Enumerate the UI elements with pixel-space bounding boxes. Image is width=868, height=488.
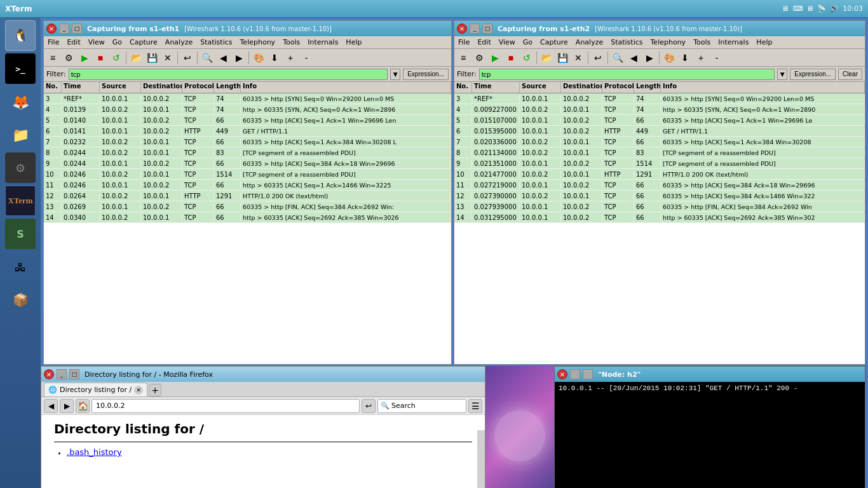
menu-help-left[interactable]: Help — [342, 37, 365, 47]
firefox-max[interactable]: □ — [69, 369, 79, 379]
wireshark-right-max[interactable]: □ — [482, 24, 492, 34]
menu-edit-left[interactable]: Edit — [63, 37, 84, 47]
menu-tools-left[interactable]: Tools — [279, 37, 304, 47]
menu-file-left[interactable]: File — [44, 37, 63, 47]
table-row[interactable]: 9 0.0244 10.0.0.1 10.0.0.2 TCP 66 60335 … — [44, 158, 451, 169]
toolbar-iface-left[interactable]: ≡ — [45, 50, 60, 65]
menu-help-right[interactable]: Help — [752, 37, 776, 47]
table-row[interactable]: 5 0.015107000 10.0.0.1 10.0.0.2 TCP 66 6… — [454, 115, 865, 126]
filter-dropdown-right[interactable]: ▼ — [777, 69, 787, 80]
sidebar-item-s[interactable]: S — [5, 219, 36, 249]
toolbar-start-right[interactable]: ▶ — [487, 50, 503, 65]
tab-close[interactable]: ✕ — [134, 386, 143, 395]
menu-telephony-left[interactable]: Telephony — [236, 37, 280, 47]
menu-internals-left[interactable]: Internals — [304, 37, 342, 47]
toolbar-restart-right[interactable]: ↺ — [519, 50, 534, 65]
table-row[interactable]: 12 0.027390000 10.0.0.2 10.0.0.1 TCP 66 … — [454, 191, 865, 201]
sidebar-item-settings[interactable]: ⚙ — [5, 152, 36, 183]
table-row[interactable]: 5 0.0140 10.0.0.1 10.0.0.2 TCP 66 60335 … — [44, 115, 451, 126]
bash-history-link[interactable]: .bash_history — [67, 447, 122, 457]
toolbar-close-left[interactable]: ✕ — [160, 50, 175, 65]
menu-capture-left[interactable]: Capture — [126, 37, 161, 47]
toolbar-prev-left[interactable]: ◀ — [215, 50, 231, 65]
toolbar-save-right[interactable]: 💾 — [555, 50, 570, 65]
menu-statistics-right[interactable]: Statistics — [607, 37, 646, 47]
table-row[interactable]: 7 0.020336000 10.0.0.2 10.0.0.1 TCP 66 6… — [454, 137, 865, 147]
menu-button[interactable]: ☰ — [468, 399, 482, 413]
firefox-min[interactable]: _ — [57, 369, 67, 379]
wireshark-left-close[interactable]: ✕ — [46, 24, 57, 34]
clear-btn-right[interactable]: Clear — [838, 69, 862, 80]
toolbar-colorize-right[interactable]: 🎨 — [661, 50, 677, 65]
sidebar-item-network[interactable]: 🖧 — [5, 252, 36, 282]
toolbar-autoscroll-left[interactable]: ⬇ — [267, 50, 282, 65]
toolbar-find-right[interactable]: 🔍 — [610, 50, 625, 65]
menu-analyze-right[interactable]: Analyze — [572, 37, 607, 47]
menu-go-right[interactable]: Go — [519, 37, 536, 47]
home-button[interactable]: 🏠 — [76, 399, 90, 413]
toolbar-reload-left[interactable]: ↩ — [180, 50, 195, 65]
table-row[interactable]: 4 0.0139 10.0.0.2 10.0.0.1 TCP 74 http >… — [44, 104, 451, 115]
table-row[interactable]: 13 0.027939000 10.0.0.1 10.0.0.2 TCP 66 … — [454, 201, 865, 212]
menu-edit-right[interactable]: Edit — [473, 37, 494, 47]
toolbar-zoom-in-left[interactable]: + — [283, 50, 298, 65]
filter-input-left[interactable] — [69, 69, 388, 80]
menu-statistics-left[interactable]: Statistics — [196, 37, 236, 47]
toolbar-start-left[interactable]: ▶ — [77, 50, 92, 65]
toolbar-options-left[interactable]: ⚙ — [61, 50, 76, 65]
terminal-close[interactable]: ✕ — [557, 369, 567, 379]
menu-capture-right[interactable]: Capture — [536, 37, 572, 47]
toolbar-find-left[interactable]: 🔍 — [200, 50, 215, 65]
search-bar[interactable]: 🔍 Search — [377, 399, 466, 413]
sidebar-item-firefox[interactable]: 🦊 — [5, 86, 36, 117]
new-tab-btn[interactable]: + — [149, 384, 161, 396]
table-row[interactable]: 14 0.031295000 10.0.0.1 10.0.0.2 TCP 66 … — [454, 212, 865, 223]
forward-button[interactable]: ▶ — [60, 399, 74, 413]
toolbar-reload-right[interactable]: ↩ — [590, 50, 606, 65]
table-row[interactable]: 8 0.0244 10.0.0.2 10.0.0.1 TCP 83 [TCP s… — [44, 147, 451, 158]
toolbar-next-right[interactable]: ▶ — [642, 50, 657, 65]
toolbar-close-right[interactable]: ✕ — [571, 50, 586, 65]
toolbar-options-right[interactable]: ⚙ — [471, 50, 487, 65]
wireshark-right-min[interactable]: _ — [470, 24, 480, 34]
toolbar-restart-left[interactable]: ↺ — [109, 50, 124, 65]
toolbar-open-right[interactable]: 📂 — [539, 50, 554, 65]
menu-file-right[interactable]: File — [454, 37, 473, 47]
scrollbar[interactable] — [477, 430, 485, 488]
toolbar-iface-right[interactable]: ≡ — [456, 50, 471, 65]
table-row[interactable]: 10 0.0246 10.0.0.2 10.0.0.1 TCP 1514 [TC… — [44, 169, 451, 180]
terminal-min[interactable] — [570, 369, 580, 379]
table-row[interactable]: 4 0.009227000 10.0.0.2 10.0.0.1 TCP 74 h… — [454, 104, 865, 115]
expression-btn-left[interactable]: Expression... — [403, 69, 449, 80]
wireshark-left-max[interactable]: □ — [72, 24, 82, 34]
menu-go-left[interactable]: Go — [109, 37, 126, 47]
sidebar-item-files[interactable]: 📁 — [5, 119, 36, 150]
table-row[interactable]: 14 0.0340 10.0.0.2 10.0.0.1 TCP 66 http … — [44, 212, 451, 223]
toolbar-open-left[interactable]: 📂 — [128, 50, 144, 65]
url-bar[interactable]: 10.0.0.2 — [92, 399, 360, 413]
toolbar-zoom-out-left[interactable]: - — [299, 50, 314, 65]
table-row[interactable]: 3 *REF* 10.0.0.1 10.0.0.2 TCP 74 60335 >… — [454, 93, 865, 104]
table-row[interactable]: 10 0.021477000 10.0.0.2 10.0.0.1 HTTP 12… — [454, 169, 865, 180]
sidebar-item-xterm[interactable]: XTerm — [5, 186, 36, 216]
terminal-max[interactable] — [583, 369, 593, 379]
menu-internals-right[interactable]: Internals — [714, 37, 752, 47]
table-row[interactable]: 6 0.0141 10.0.0.1 10.0.0.2 HTTP 449 GET … — [44, 126, 451, 137]
toolbar-stop-left[interactable]: ■ — [93, 50, 108, 65]
wireshark-right-close[interactable]: ✕ — [457, 24, 467, 34]
table-row[interactable]: 9 0.021351000 10.0.0.1 10.0.0.2 TCP 1514… — [454, 158, 865, 169]
filter-input-right[interactable] — [479, 69, 775, 80]
menu-analyze-left[interactable]: Analyze — [161, 37, 196, 47]
table-row[interactable]: 8 0.021134000 10.0.0.2 10.0.0.1 TCP 83 [… — [454, 147, 865, 158]
toolbar-autoscroll-right[interactable]: ⬇ — [677, 50, 693, 65]
toolbar-save-left[interactable]: 💾 — [144, 50, 159, 65]
toolbar-prev-right[interactable]: ◀ — [626, 50, 641, 65]
menu-view-left[interactable]: View — [85, 37, 109, 47]
table-row[interactable]: 13 0.0269 10.0.0.1 10.0.0.2 TCP 66 60335… — [44, 201, 451, 212]
toolbar-colorize-left[interactable]: 🎨 — [251, 50, 266, 65]
toolbar-stop-right[interactable]: ■ — [503, 50, 519, 65]
firefox-close[interactable]: ✕ — [44, 369, 54, 379]
wireshark-left-min[interactable]: _ — [59, 24, 69, 34]
filter-dropdown-left[interactable]: ▼ — [390, 69, 400, 80]
toolbar-zoom-out-right[interactable]: - — [709, 50, 724, 65]
